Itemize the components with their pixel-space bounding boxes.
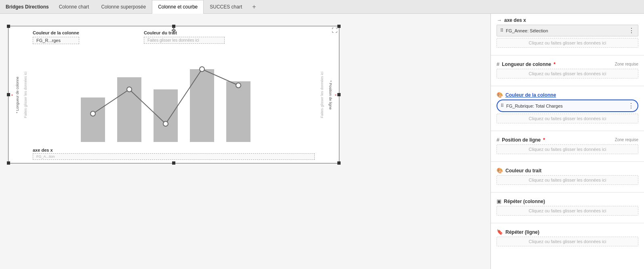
panel-position-header: # Position de ligne * Zone requise [497,137,638,143]
axe-x-chip-row: ⠿ FG_Annee: Sélection ⋮ [497,25,638,36]
dot-1 [90,111,95,116]
longueur-drag-zone[interactable]: Faites glisser les données ici [21,44,29,146]
position-ligne-text: * * Position de ligne [328,80,337,110]
chart-inner: Couleur de la colonne FG_R...rges Couleu… [8,26,339,163]
axe-x-menu[interactable]: ⋮ [628,27,635,34]
dot-4 [200,67,204,72]
axe-x-drag-icon: ⠿ [500,28,503,33]
tab-colonne-et-courbe[interactable]: Colonne et courbe [152,0,204,14]
repeter-ligne-drop-zone[interactable]: Cliquez ou faites glisser les données ic… [497,237,638,246]
position-ligne-axis: * * Position de ligne [326,44,339,146]
chart-svg-area [29,44,318,146]
panel-repeter-ligne-header: 🔖 Répéter (ligne) [497,229,638,235]
couleur-trait-drop[interactable]: Faites glisser les données ici [144,37,225,44]
divider-2 [491,86,644,86]
bar-5 [226,81,250,142]
panel-axe-x-header: → axe des x [497,17,638,23]
couleur-col-drop-zone[interactable]: Cliquez ou faites glisser les données ic… [497,114,638,123]
panel-repeter-ligne-section: 🔖 Répéter (ligne) Cliquez ou faites glis… [491,226,644,251]
longueur-zone-requise: Zone requise [615,62,638,66]
arrow-right-icon: → [497,17,502,23]
panel-couleur-col-title[interactable]: Couleur de la colonne [505,92,556,98]
position-drop-zone[interactable]: Cliquez ou faites glisser les données ic… [497,144,638,154]
axe-x-label: axe des x [33,148,315,153]
hash-icon-position: # [497,137,499,143]
couleur-colonne-tag[interactable]: FG_R...rges [33,37,79,44]
chart-left-group: * * Longueur de colonne Faites glisser l… [8,44,29,146]
position-req-marker: * [543,137,545,143]
axe-x-tag[interactable]: FG_A...tion [33,153,315,160]
axe-x-chip-label: ⠿ FG_Annee: Sélection [500,28,548,33]
longueur-drop-zone[interactable]: Cliquez ou faites glisser les données ic… [497,69,638,78]
longueur-colonne-text: * * Longueur de colonne [11,77,19,114]
panel-couleur-col-header: 🎨 Couleur de la colonne [497,92,638,98]
canvas-area: ✥ ⛶ Couleur de la colonne FG_R...rges Co… [0,14,490,269]
chart-top-labels: Couleur de la colonne FG_R...rges Couleu… [8,26,339,44]
longueur-colonne-axis: * * Longueur de colonne [8,44,21,146]
panel-couleur-trait-title: Couleur du trait [505,168,541,174]
hash-icon-longueur: # [497,61,499,67]
bar-1 [81,97,105,142]
panel-repeter-ligne-title: Répéter (ligne) [505,229,539,235]
divider-5 [491,192,644,193]
couleur-trait-drop-zone[interactable]: Cliquez ou faites glisser les données ic… [497,175,638,185]
dot-2 [127,87,132,92]
divider-1 [491,55,644,55]
right-panel: → axe des x ⠿ FG_Annee: Sélection ⋮ Cliq… [490,14,644,269]
position-drag-text: Faites glisser les données ici [320,72,324,118]
chart-container: ✥ ⛶ Couleur de la colonne FG_R...rges Co… [8,26,339,163]
position-drag-zone[interactable]: Faites glisser les données ici [318,44,326,146]
panel-couleur-trait-section: 🎨 Couleur du trait Cliquez ou faites gli… [491,164,644,190]
tab-colonne-chart[interactable]: Colonne chart [53,0,95,14]
app-title: Bridges Directions [2,2,53,12]
axe-x-drop-zone[interactable]: Cliquez ou faites glisser les données ic… [497,38,638,48]
couleur-colonne-group: Couleur de la colonne FG_R...rges [33,30,79,44]
repeter-col-drop-zone[interactable]: Cliquez ou faites glisser les données ic… [497,206,638,216]
couleur-colonne-title: Couleur de la colonne [33,30,79,35]
couleur-col-chip-label: ⠿ FG_Rubrique: Total Charges [501,103,563,108]
chart-svg [29,57,318,146]
tab-succes-chart[interactable]: SUCCES chart [204,0,248,14]
panel-repeter-col-header: ▣ Répéter (colonne) [497,198,638,204]
longueur-drag-text: Faites glisser les données ici [23,72,27,118]
tab-bar: Bridges Directions Colonne chart Colonne… [0,0,644,14]
panel-repeter-col-title: Répéter (colonne) [504,199,545,204]
dot-5 [236,83,241,88]
chart-right-group: * * Position de ligne Faites glisser les… [318,44,339,146]
panel-longueur-header: # Longueur de colonne * Zone requise [497,61,638,67]
chart-bottom: axe des x FG_A...tion [8,146,339,163]
tab-add-button[interactable]: + [248,1,260,13]
divider-4 [491,161,644,162]
panel-longueur-section: # Longueur de colonne * Zone requise Cli… [491,58,644,83]
divider-6 [491,223,644,223]
panel-position-title: Position de ligne [502,137,541,143]
panel-couleur-col-section: 🎨 Couleur de la colonne ⠿ FG_Rubrique: T… [491,89,644,128]
couleur-col-drag-icon: ⠿ [501,103,504,108]
palette-col-icon: 🎨 [497,92,503,98]
main-content: ✥ ⛶ Couleur de la colonne FG_R...rges Co… [0,14,644,269]
repeat-col-icon: ▣ [497,198,501,204]
palette-line-icon: 🎨 [497,167,503,174]
tab-colonne-superposee[interactable]: Colonne superposée [95,0,152,14]
repeat-ligne-icon: 🔖 [497,229,503,235]
panel-repeter-col-section: ▣ Répéter (colonne) Cliquez ou faites gl… [491,195,644,220]
couleur-trait-group: Couleur du trait Faites glisser les donn… [144,30,225,44]
dot-3 [163,121,168,126]
couleur-col-menu[interactable]: ⋮ [628,102,634,110]
couleur-col-chip-row: ⠿ FG_Rubrique: Total Charges ⋮ [497,100,638,112]
panel-axe-x-title: axe des x [504,17,526,23]
chart-body: * * Longueur de colonne Faites glisser l… [8,44,339,146]
divider-3 [491,131,644,131]
panel-position-section: # Position de ligne * Zone requise Cliqu… [491,133,644,159]
couleur-trait-title: Couleur du trait [144,30,225,35]
bar-4 [190,69,214,142]
longueur-req-marker: * [554,61,556,67]
position-zone-requise: Zone requise [615,138,638,142]
panel-couleur-trait-header: 🎨 Couleur du trait [497,167,638,174]
panel-axe-x-section: → axe des x ⠿ FG_Annee: Sélection ⋮ Cliq… [491,14,644,53]
panel-longueur-title: Longueur de colonne [502,61,551,67]
